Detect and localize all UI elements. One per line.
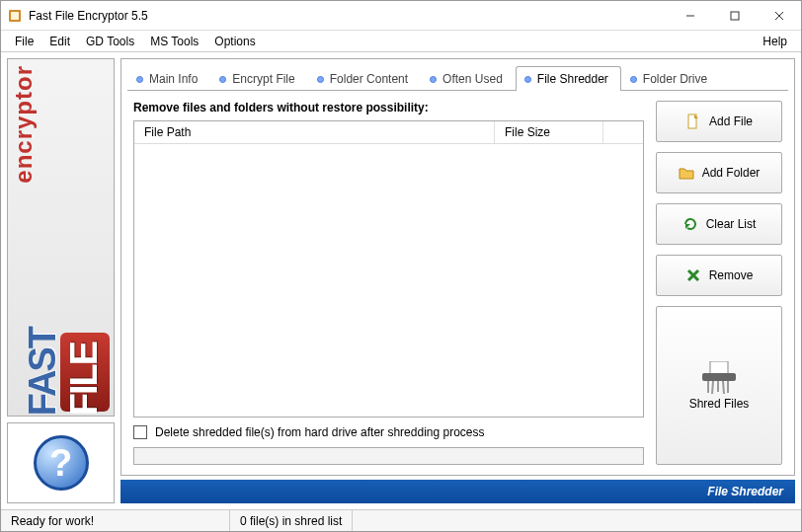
- tab-label: Often Used: [442, 72, 503, 86]
- menu-options[interactable]: Options: [206, 32, 263, 51]
- title-bar: Fast File Encryptor 5.5: [1, 1, 801, 31]
- tab-strip: Main Info Encrypt File Folder Content Of…: [121, 59, 794, 90]
- file-list[interactable]: File Path File Size: [133, 120, 644, 418]
- delete-after-shred-label: Delete shredded file(s) from hard drive …: [155, 425, 485, 439]
- progress-bar: [133, 447, 644, 465]
- delete-after-shred-checkbox[interactable]: [133, 425, 147, 439]
- status-bar: Ready for work! 0 file(s) in shred list: [1, 509, 801, 531]
- tab-main-info[interactable]: Main Info: [127, 66, 210, 91]
- menu-help[interactable]: Help: [755, 32, 795, 51]
- footer-bar: File Shredder: [120, 480, 795, 503]
- svg-rect-9: [710, 361, 728, 375]
- tab-label: File Shredder: [537, 72, 608, 86]
- app-banner: encryptor FAST FILE: [7, 58, 115, 417]
- button-label: Add Folder: [702, 166, 761, 180]
- svg-rect-3: [731, 12, 739, 20]
- tab-file-shredder[interactable]: File Shredder: [516, 66, 621, 91]
- button-label: Clear List: [706, 217, 757, 231]
- column-file-size[interactable]: File Size: [495, 121, 603, 143]
- tab-dot-icon: [524, 76, 531, 83]
- add-file-button[interactable]: Add File: [656, 101, 782, 142]
- button-label: Shred Files: [689, 397, 750, 411]
- close-button[interactable]: [757, 1, 801, 30]
- main-panel: Main Info Encrypt File Folder Content Of…: [120, 58, 795, 476]
- menu-file[interactable]: File: [7, 32, 41, 51]
- banner-fast-text: FAST: [22, 328, 64, 416]
- menu-gd-tools[interactable]: GD Tools: [78, 32, 142, 51]
- tab-dot-icon: [317, 76, 324, 83]
- file-list-header: File Path File Size: [134, 121, 643, 144]
- folder-icon: [679, 165, 694, 181]
- tab-label: Encrypt File: [232, 72, 294, 86]
- menu-ms-tools[interactable]: MS Tools: [142, 32, 206, 51]
- maximize-button[interactable]: [712, 1, 757, 30]
- clear-list-button[interactable]: Clear List: [656, 203, 782, 245]
- remove-button[interactable]: Remove: [656, 255, 782, 296]
- tab-folder-content[interactable]: Folder Content: [308, 66, 421, 91]
- window-controls: [668, 1, 801, 30]
- menu-bar: File Edit GD Tools MS Tools Options Help: [1, 31, 801, 52]
- x-icon: [685, 267, 701, 283]
- tab-folder-drive[interactable]: Folder Drive: [621, 66, 720, 91]
- button-label: Remove: [709, 268, 754, 282]
- svg-line-12: [712, 381, 713, 394]
- file-icon: [685, 114, 701, 129]
- tab-dot-icon: [136, 76, 143, 83]
- help-box[interactable]: ?: [7, 422, 115, 503]
- window-title: Fast File Encryptor 5.5: [29, 9, 668, 23]
- shred-files-button[interactable]: Shred Files: [656, 306, 782, 465]
- footer-title: File Shredder: [707, 485, 783, 498]
- app-icon: [7, 8, 23, 24]
- menu-edit[interactable]: Edit: [41, 32, 78, 51]
- status-count: 0 file(s) in shred list: [230, 510, 353, 531]
- instruction-text: Remove files and folders without restore…: [133, 101, 644, 114]
- shredder-icon: [698, 361, 740, 395]
- tab-dot-icon: [430, 76, 437, 83]
- help-icon: ?: [34, 435, 89, 491]
- svg-line-14: [723, 381, 724, 394]
- status-ready: Ready for work!: [1, 510, 230, 531]
- column-file-path[interactable]: File Path: [134, 121, 495, 143]
- button-label: Add File: [709, 114, 753, 128]
- tab-label: Folder Content: [330, 72, 408, 86]
- tab-label: Folder Drive: [643, 72, 707, 86]
- tab-dot-icon: [219, 76, 226, 83]
- svg-rect-1: [11, 12, 19, 20]
- add-folder-button[interactable]: Add Folder: [656, 152, 782, 193]
- banner-encryptor-text: encryptor: [10, 65, 38, 184]
- minimize-button[interactable]: [668, 1, 712, 30]
- svg-rect-10: [702, 373, 736, 381]
- tab-label: Main Info: [149, 72, 198, 86]
- tab-often-used[interactable]: Often Used: [421, 66, 516, 91]
- refresh-icon: [682, 216, 698, 232]
- tab-encrypt-file[interactable]: Encrypt File: [210, 66, 307, 91]
- tab-dot-icon: [630, 76, 637, 83]
- banner-file-text: FILE: [63, 342, 106, 416]
